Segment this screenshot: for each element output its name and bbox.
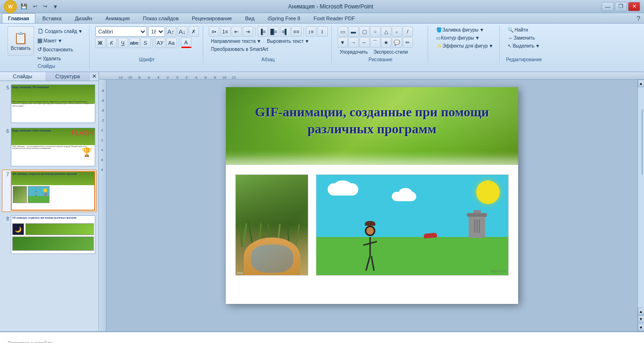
outline-shape-button[interactable]: ▭ Контур фигуры ▼ bbox=[434, 34, 482, 41]
slide-thumb-5[interactable]: Виды анимации: GIF-анимация Файл предста… bbox=[11, 84, 95, 123]
thumb8-title: GIF-анимации, созданные при помощи разли… bbox=[12, 217, 94, 219]
numbering-button[interactable]: 1≡ bbox=[220, 26, 231, 37]
layout-arrow[interactable]: ▼ bbox=[58, 38, 62, 43]
italic-button[interactable]: К bbox=[107, 38, 117, 48]
shape-freeform[interactable]: ✏ bbox=[403, 37, 413, 48]
shape-more[interactable]: ▼ bbox=[338, 37, 348, 48]
underline-button[interactable]: Ч bbox=[118, 38, 128, 48]
align-text-button[interactable]: Выровнять текст▼ bbox=[264, 38, 312, 45]
text-direction-button[interactable]: Направление текста▼ bbox=[209, 38, 264, 45]
shape-rect2[interactable]: ▬ bbox=[348, 26, 359, 37]
slide-thumb-6[interactable]: Виды анимации: Flash-анимация FLASH Flas… bbox=[11, 128, 95, 166]
arrange-button[interactable]: Упорядочить bbox=[338, 49, 371, 56]
restore-button[interactable]: ↺ Восстановить bbox=[35, 45, 85, 54]
editing-group-label: Редактирование bbox=[505, 56, 542, 62]
ribbon-help-button[interactable]: ? bbox=[635, 14, 642, 23]
shape-rect[interactable]: ▭ bbox=[338, 26, 348, 37]
tab-design[interactable]: Дизайн bbox=[69, 13, 99, 23]
close-button[interactable]: ✕ bbox=[628, 2, 640, 11]
tab-slides[interactable]: Слайды bbox=[0, 72, 45, 81]
slide-item-6[interactable]: 6 Виды анимации: Flash-анимация FLASH Fl… bbox=[2, 126, 97, 168]
shape-callout[interactable]: 💬 bbox=[392, 37, 402, 48]
convert-smartart-button[interactable]: Преобразовать в SmartArt bbox=[209, 46, 271, 53]
maximize-button[interactable]: ❐ bbox=[615, 2, 627, 11]
font-size-select[interactable]: 18 bbox=[148, 26, 165, 37]
slide-number-5: 5 bbox=[3, 85, 9, 90]
slide-img-animation[interactable]: fppt.com bbox=[316, 174, 509, 276]
effects-shape-button[interactable]: ✨ Эффекты для фигур ▼ bbox=[434, 42, 496, 49]
increase-indent-button[interactable]: ⇥ bbox=[243, 26, 253, 37]
strikethrough-button[interactable]: аbc bbox=[129, 38, 140, 48]
text-direction-label: Направление текста bbox=[211, 39, 256, 44]
select-button[interactable]: ↖ Выделить ▼ bbox=[505, 42, 542, 49]
quick-styles-button[interactable]: Экспресс-стили bbox=[371, 49, 410, 56]
undo-button[interactable]: ↩ bbox=[31, 2, 39, 10]
col-right-button[interactable]: ≡▌ bbox=[280, 26, 290, 37]
scroll-next-button[interactable]: ▼ bbox=[638, 315, 644, 323]
tab-foxit[interactable]: Foxit Reader PDF bbox=[307, 13, 361, 23]
clear-format-button[interactable]: ✗ bbox=[189, 26, 199, 37]
decrease-font-button[interactable]: A↓ bbox=[177, 26, 188, 37]
shape-tri[interactable]: △ bbox=[381, 26, 391, 37]
columns-button[interactable]: ⫴ bbox=[317, 26, 328, 37]
tab-structure[interactable]: Структура bbox=[45, 72, 91, 81]
replace-button[interactable]: ↔ Заменить bbox=[505, 34, 537, 41]
scroll-down-button[interactable]: ▼ bbox=[638, 324, 644, 331]
delete-button[interactable]: ✂ Удалить bbox=[35, 54, 85, 63]
redo-button[interactable]: ↪ bbox=[41, 2, 49, 10]
scroll-prev-button[interactable]: ▲ bbox=[638, 308, 644, 315]
delete-label: Удалить bbox=[43, 56, 61, 61]
scroll-up-button[interactable]: ▲ bbox=[638, 80, 644, 87]
slide-item-8[interactable]: 8 GIF-анимации, созданные при помощи раз… bbox=[2, 214, 97, 255]
tab-home[interactable]: Главная bbox=[2, 13, 35, 23]
shape-line[interactable]: / bbox=[403, 26, 413, 37]
slide-thumb-7[interactable]: GIF-анимации, созданные при помощи разли… bbox=[11, 171, 95, 211]
fill-shape-button[interactable]: 🪣 Заливка фигуры ▼ bbox=[434, 26, 487, 33]
shape-star[interactable]: ★ bbox=[381, 37, 391, 48]
shape-arrow2[interactable]: → bbox=[348, 37, 359, 48]
shape-curve[interactable]: ⌒ bbox=[370, 37, 380, 48]
tab-animation[interactable]: Анимация bbox=[99, 13, 136, 23]
shape-arrow[interactable]: ⬦ bbox=[392, 26, 402, 37]
col-left-button[interactable]: ▐≡ bbox=[257, 26, 268, 37]
shape-round[interactable]: ▢ bbox=[359, 26, 370, 37]
tab-insert[interactable]: Вставка bbox=[36, 13, 68, 23]
bold-button[interactable]: Ж bbox=[95, 38, 106, 48]
font-name-select[interactable]: Calibri bbox=[95, 26, 147, 37]
bullets-button[interactable]: ≡• bbox=[209, 26, 219, 37]
slide-item-7[interactable]: 7 GIF-анимации, созданные при помощи раз… bbox=[2, 170, 97, 212]
quick-save-button[interactable]: 💾 bbox=[19, 2, 29, 10]
slide-img-nature[interactable]: Artur bbox=[235, 174, 308, 276]
shape-dbl-arrow[interactable]: ↔ bbox=[359, 37, 370, 48]
slide-watermark: fppt.com bbox=[491, 269, 505, 273]
tab-ispring[interactable]: iSpring Free 8 bbox=[262, 13, 306, 23]
quick-access-more-button[interactable]: ▼ bbox=[51, 3, 60, 10]
decrease-indent-button[interactable]: ⇤ bbox=[231, 26, 242, 37]
layout-button[interactable]: ▦ Макет ▼ bbox=[35, 36, 85, 45]
panel-close-button[interactable]: ✕ bbox=[90, 72, 99, 81]
window-controls: — ❐ ✕ bbox=[602, 2, 640, 11]
tab-view[interactable]: Вид bbox=[239, 13, 261, 23]
shadow-button[interactable]: S bbox=[140, 38, 151, 48]
col-button[interactable]: █≡ bbox=[269, 26, 279, 37]
paste-button[interactable]: 📋 Вставить bbox=[8, 26, 34, 56]
tab-review[interactable]: Рецензирование bbox=[186, 13, 238, 23]
minimize-button[interactable]: — bbox=[602, 2, 614, 11]
create-slide-arrow[interactable]: ▼ bbox=[78, 29, 83, 34]
create-slide-button[interactable]: 🗋 Создать слайд ▼ bbox=[35, 26, 85, 36]
char-spacing-button[interactable]: AУ bbox=[155, 38, 165, 48]
ruler-ticks-h: ·12· ·10· ·8· ·6· ·4· ·2· ·0· ·2· ·4· ·6… bbox=[116, 72, 239, 79]
font-color-button[interactable]: А bbox=[181, 38, 191, 48]
justify-button[interactable]: ≡≡ bbox=[291, 26, 302, 37]
slide-item-5[interactable]: 5 Виды анимации: GIF-анимация Файл предс… bbox=[2, 83, 97, 124]
change-case-button[interactable]: Аа bbox=[166, 38, 177, 48]
tab-slideshow[interactable]: Показ слайдов bbox=[137, 13, 185, 23]
line-spacing-button[interactable]: ↕≡ bbox=[306, 26, 316, 37]
scroll-thumb-v[interactable] bbox=[642, 109, 643, 175]
slide-thumb-8[interactable]: GIF-анимации, созданные при помощи разли… bbox=[11, 215, 95, 254]
ribbon: Главная Вставка Дизайн Анимация Показ сл… bbox=[0, 13, 644, 72]
find-button[interactable]: 🔍 Найти bbox=[505, 26, 530, 33]
shape-oval[interactable]: ○ bbox=[370, 26, 380, 37]
office-button[interactable]: W bbox=[4, 0, 17, 13]
increase-font-button[interactable]: A↑ bbox=[166, 26, 176, 37]
